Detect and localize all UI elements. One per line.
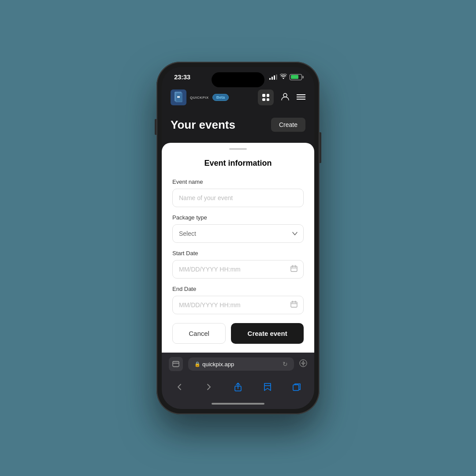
forward-button[interactable]: [200, 378, 218, 396]
cancel-button[interactable]: Cancel: [172, 323, 226, 344]
status-bar: 23:33: [162, 67, 314, 84]
package-type-label: Package type: [172, 214, 304, 221]
svg-rect-21: [293, 385, 299, 390]
end-date-wrapper: [172, 296, 304, 314]
package-type-group: Package type Select: [172, 214, 304, 243]
start-date-group: Start Date: [172, 250, 304, 279]
package-type-select[interactable]: Select: [172, 224, 304, 243]
grid-icon: [262, 94, 269, 101]
safari-extra-btn[interactable]: [299, 359, 307, 369]
nav-icons: [258, 89, 305, 105]
bookmarks-button[interactable]: [259, 378, 276, 396]
lock-icon: 🔒: [194, 361, 201, 367]
reload-icon[interactable]: ↻: [283, 361, 288, 368]
event-name-label: Event name: [172, 178, 304, 185]
status-icons: [269, 74, 302, 80]
battery-icon: [290, 74, 302, 80]
url-text: quickpix.app: [202, 361, 234, 368]
safari-nav: [162, 375, 314, 401]
end-date-input[interactable]: [172, 296, 304, 314]
sheet-handle[interactable]: [229, 148, 247, 150]
dynamic-island: [212, 72, 264, 87]
create-event-button[interactable]: Create event: [231, 323, 304, 344]
page-title: Your events: [171, 118, 235, 132]
home-indicator: [162, 401, 314, 409]
phone-screen: 23:33: [162, 67, 314, 409]
logo-area: QUICKPIX Beta: [171, 89, 229, 105]
status-time: 23:33: [174, 73, 190, 81]
brand-name: QUICKPIX: [190, 96, 209, 100]
start-date-wrapper: [172, 260, 304, 279]
signal-icon: [269, 74, 277, 80]
end-date-group: End Date: [172, 286, 304, 314]
logo-icon: [171, 89, 186, 105]
safari-tab-button[interactable]: [169, 357, 183, 371]
back-button[interactable]: [171, 378, 188, 396]
menu-icon[interactable]: [297, 93, 305, 102]
bottom-sheet-modal: Event information Event name Package typ…: [162, 143, 314, 353]
event-name-input[interactable]: [172, 189, 304, 207]
modal-buttons: Cancel Create event: [172, 323, 304, 344]
safari-url-display: 🔒 quickpix.app: [194, 361, 234, 368]
user-icon[interactable]: [281, 92, 290, 103]
home-bar: [212, 403, 264, 405]
page-header: Your events Create: [162, 111, 314, 141]
nav-bar: QUICKPIX Beta: [162, 84, 314, 111]
wifi-icon: [280, 74, 287, 80]
safari-address-bar[interactable]: 🔒 quickpix.app ↻: [188, 357, 294, 371]
end-date-label: End Date: [172, 286, 304, 292]
svg-rect-15: [173, 361, 179, 367]
share-button[interactable]: [229, 378, 247, 396]
tabs-button[interactable]: [288, 378, 305, 396]
create-button[interactable]: Create: [271, 118, 305, 132]
safari-toolbar: 🔒 quickpix.app ↻: [162, 353, 314, 375]
phone-device: 23:33: [156, 62, 320, 414]
modal-title: Event information: [172, 159, 304, 168]
package-type-wrapper: Select: [172, 224, 304, 243]
svg-point-3: [283, 93, 287, 97]
start-date-input[interactable]: [172, 260, 304, 279]
start-date-label: Start Date: [172, 250, 304, 257]
event-name-group: Event name: [172, 178, 304, 207]
beta-badge: Beta: [212, 94, 229, 101]
grid-button[interactable]: [258, 89, 274, 105]
